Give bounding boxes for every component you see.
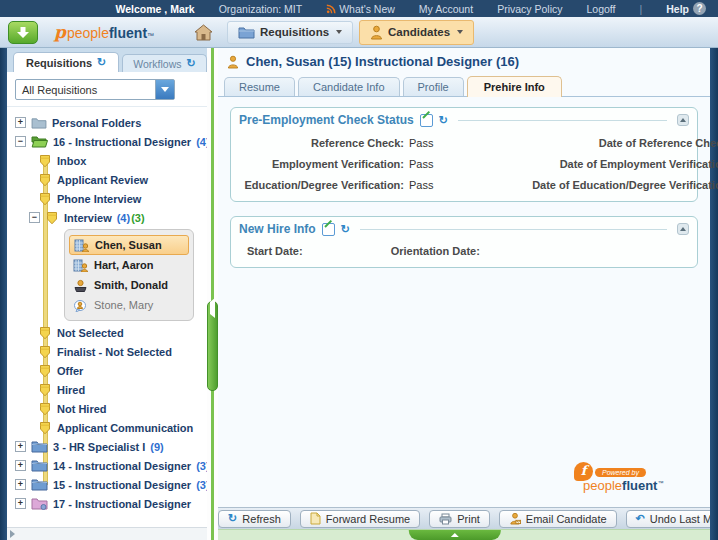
- field-label: Reference Check:: [239, 137, 409, 149]
- tree-item-req-17[interactable]: + 17 - Instructional Designer: [7, 494, 207, 513]
- tree-item-phone-interview[interactable]: Phone Interview: [7, 189, 207, 208]
- home-button[interactable]: [186, 21, 221, 44]
- refresh-button[interactable]: ↻ Refresh: [218, 510, 291, 528]
- candidate-tabstrip: Resume Candidate Info Profile Prehire In…: [218, 73, 710, 97]
- powered-by-logo: f Powered by peoplefluent™: [574, 462, 694, 493]
- whats-new-label: What's New: [339, 3, 395, 15]
- tree-item-req-3[interactable]: + 3 - HR Specialist I (9): [7, 437, 207, 456]
- bottom-panel-expand-handle[interactable]: [409, 530, 501, 540]
- field-label: Orientation Date:: [391, 245, 480, 257]
- whats-new-link[interactable]: What's New: [326, 3, 395, 15]
- requisitions-menu[interactable]: Requisitions: [227, 21, 353, 44]
- expand-icon[interactable]: +: [15, 498, 26, 509]
- section-title: Pre-Employment Check Status: [239, 113, 414, 127]
- stage-shield-icon: [38, 173, 52, 187]
- scroll-right-icon[interactable]: [10, 530, 15, 538]
- splitter-collapse-handle[interactable]: [207, 301, 218, 391]
- tree-item-label: Personal Folders: [52, 117, 141, 129]
- expand-icon[interactable]: +: [15, 460, 26, 471]
- tree-item-req-14[interactable]: + 14 - Instructional Designer (3): [7, 456, 207, 475]
- requisitions-sidebar: Requisitions ↻ Workflows ↻ All Requisiti…: [7, 48, 207, 540]
- requisition-filter-select[interactable]: All Requisitions: [15, 79, 175, 100]
- candidates-menu[interactable]: Candidates: [359, 20, 474, 45]
- tree-item-inbox[interactable]: Inbox: [7, 151, 207, 170]
- undo-last-move-button[interactable]: ↶ Undo Last Move: [626, 510, 718, 528]
- collapse-expander-icon[interactable]: −: [29, 212, 40, 223]
- edit-icon[interactable]: [322, 223, 335, 236]
- tree-item-not-hired[interactable]: Not Hired: [7, 399, 207, 418]
- tab-resume[interactable]: Resume: [224, 77, 295, 96]
- section-collapse-button[interactable]: [677, 223, 689, 235]
- candidate-smith-donald[interactable]: Smith, Donald: [69, 275, 189, 295]
- rss-icon: [326, 4, 336, 14]
- help-link[interactable]: Help ?: [666, 2, 706, 15]
- section-collapse-button[interactable]: [677, 114, 689, 126]
- candidate-stone-mary[interactable]: Stone, Mary: [69, 295, 189, 315]
- tree-item-hired[interactable]: Hired: [7, 380, 207, 399]
- print-button[interactable]: Print: [429, 510, 490, 528]
- tree-item-req-16[interactable]: − 16 - Instructional Designer (4)(3): [7, 132, 207, 151]
- tree-item-interview[interactable]: − Interview (4)(3): [7, 208, 207, 227]
- panel-splitter[interactable]: [207, 48, 218, 540]
- requisitions-tree: + Personal Folders − 16 - Instructional …: [7, 107, 207, 527]
- refresh-icon[interactable]: ↻: [97, 56, 106, 69]
- refresh-icon[interactable]: ↻: [341, 223, 350, 236]
- field-label: Start Date:: [247, 245, 303, 257]
- collapse-expander-icon[interactable]: −: [15, 136, 26, 147]
- tree-item-req-15[interactable]: + 15 - Instructional Designer (3): [7, 475, 207, 494]
- candidate-chen-susan[interactable]: Chen, Susan: [69, 235, 189, 255]
- quick-launch-button[interactable]: [8, 21, 38, 44]
- tree-item-applicant-review[interactable]: Applicant Review: [7, 170, 207, 189]
- sidebar-horizontal-scrollbar[interactable]: [7, 527, 207, 540]
- brand-people: people: [583, 478, 622, 493]
- tab-prehire-info[interactable]: Prehire Info: [467, 76, 562, 97]
- pre-employment-fields: Reference Check: Pass Date of Reference …: [239, 137, 689, 191]
- tree-item-applicant-communication[interactable]: Applicant Communication: [7, 418, 207, 437]
- field-label: Date of Reference Check:: [489, 137, 718, 149]
- candidate-hart-aaron[interactable]: Hart, Aaron: [69, 255, 189, 275]
- tab-profile[interactable]: Profile: [403, 77, 464, 96]
- tree-item-personal-folders[interactable]: + Personal Folders: [7, 113, 207, 132]
- tab-workflows-label: Workflows: [133, 58, 181, 70]
- collapse-up-icon: [680, 118, 686, 122]
- powered-by-badge: Powered by: [595, 468, 646, 477]
- my-account-link[interactable]: My Account: [419, 3, 473, 15]
- email-candidate-button[interactable]: Email Candidate: [499, 510, 617, 528]
- brand-tm: ™: [147, 32, 154, 39]
- candidate-name: Chen, Susan: [95, 239, 162, 251]
- forward-resume-button[interactable]: Forward Resume: [300, 510, 420, 528]
- logoff-link[interactable]: Logoff: [586, 3, 615, 15]
- brand-fluent: fluent: [109, 25, 147, 41]
- refresh-icon[interactable]: ↻: [186, 57, 195, 70]
- print-button-label: Print: [457, 513, 480, 525]
- select-arrow-button[interactable]: [155, 80, 174, 99]
- pending-count: (3): [196, 460, 207, 472]
- refresh-icon[interactable]: ↻: [439, 114, 448, 127]
- prehire-content: Pre-Employment Check Status ↻ Reference …: [218, 97, 710, 507]
- tab-workflows[interactable]: Workflows ↻: [122, 54, 206, 72]
- expand-icon[interactable]: +: [15, 441, 26, 452]
- folder-pink-icon: [31, 497, 48, 510]
- bottom-panel-bar: [218, 529, 710, 540]
- tree-item-label: Not Hired: [57, 403, 107, 415]
- stage-shield-icon: [38, 364, 52, 378]
- tree-item-label: 17 - Instructional Designer: [53, 498, 191, 510]
- document-icon: [310, 512, 321, 525]
- tree-item-not-selected[interactable]: Not Selected: [7, 323, 207, 342]
- tab-requisitions[interactable]: Requisitions ↻: [13, 52, 119, 72]
- stage-shield-icon: [38, 402, 52, 416]
- expand-icon[interactable]: +: [15, 479, 26, 490]
- privacy-policy-link[interactable]: Privacy Policy: [497, 3, 562, 15]
- tree-item-offer[interactable]: Offer: [7, 361, 207, 380]
- stage-shield-icon: [38, 326, 52, 340]
- organization-text: Organization: MIT: [219, 3, 302, 15]
- tab-candidate-info[interactable]: Candidate Info: [298, 77, 400, 96]
- field-label: Date of Employment Verification:: [489, 158, 718, 170]
- edit-icon[interactable]: [420, 114, 433, 127]
- expand-icon[interactable]: +: [15, 117, 26, 128]
- tree-item-label: Inbox: [57, 155, 86, 167]
- tree-item-finalist-not-selected[interactable]: Finalist - Not Selected: [7, 342, 207, 361]
- section-title: New Hire Info: [239, 222, 316, 236]
- person-icon: [370, 25, 383, 40]
- folder-blue-icon: [31, 478, 48, 491]
